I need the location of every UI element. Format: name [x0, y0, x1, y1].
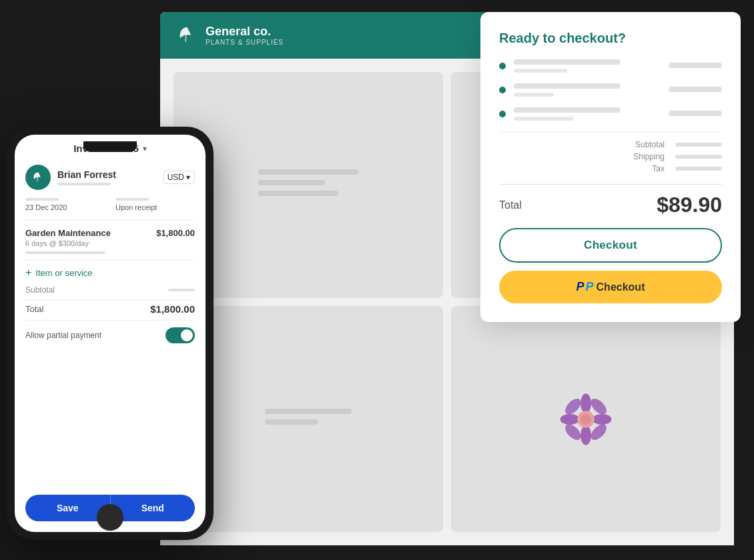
modal-title: Ready to checkout? — [499, 31, 722, 46]
phone-notch — [83, 141, 137, 152]
svg-point-4 — [581, 393, 591, 413]
pbar-1 — [258, 169, 358, 175]
pbar-5 — [265, 419, 318, 425]
total-row: Total $1,800.00 — [25, 300, 195, 315]
paypal-checkout-text: Checkout — [597, 281, 645, 293]
grid-cell-flower — [451, 306, 721, 532]
tax-summary-bar — [675, 167, 722, 171]
client-name: Brian Forrest — [57, 169, 116, 180]
company-name: General co. — [206, 25, 284, 39]
due-label-bar — [115, 198, 149, 201]
checkout-item-content-2 — [514, 83, 661, 97]
plus-icon: + — [25, 267, 31, 279]
item-description: 6 days @ $300/day — [25, 239, 195, 247]
subtotal-row: Subtotal — [25, 285, 195, 295]
add-item-row[interactable]: + Item or service — [25, 267, 195, 279]
flower-icon — [559, 393, 613, 446]
client-row: Brian Forrest USD ▾ — [25, 165, 195, 190]
due-date: Upon receipt — [115, 203, 195, 211]
pbar-4 — [265, 409, 352, 414]
tax-summary-row: Tax — [499, 164, 722, 173]
shipping-summary-row: Shipping — [499, 152, 722, 161]
grid-cell-3 — [173, 306, 443, 532]
item-bar-right-2 — [669, 87, 722, 92]
checkout-button[interactable]: Checkout — [499, 228, 722, 263]
checkout-item-3 — [499, 107, 722, 121]
checkout-modal: Ready to checkout? Subtotal Shipp — [480, 12, 741, 322]
checkout-dot-3 — [499, 111, 506, 117]
partial-payment-toggle[interactable] — [165, 327, 195, 343]
checkout-total-section: Total $89.90 — [499, 184, 722, 217]
paypal-icon-p1: P — [577, 280, 585, 294]
placeholder-text-1 — [245, 156, 372, 215]
svg-point-6 — [560, 414, 580, 425]
invoice-date: 23 Dec 2020 — [25, 203, 105, 211]
phone-screen: Invoice #0015 ▾ Brian Forrest — [15, 135, 206, 532]
currency-selector[interactable]: USD ▾ — [163, 171, 195, 184]
pbar-2 — [258, 180, 325, 185]
checkout-dot-1 — [499, 63, 506, 69]
toggle-thumb — [181, 329, 193, 341]
subtotal-summary-row: Subtotal — [499, 140, 722, 149]
partial-payment-row: Allow partial payment — [25, 320, 195, 350]
item-progress-bar — [25, 251, 105, 254]
svg-point-5 — [581, 425, 591, 445]
due-item: Upon receipt — [115, 198, 195, 211]
phone-device: Invoice #0015 ▾ Brian Forrest — [7, 127, 214, 540]
item-bar-main-3 — [514, 107, 621, 113]
svg-point-7 — [593, 414, 612, 425]
checkout-item-content-1 — [514, 59, 661, 73]
subtotal-label: Subtotal — [25, 285, 55, 295]
paypal-logo: PP — [577, 280, 594, 294]
grid-cell-1 — [173, 72, 443, 298]
svg-point-13 — [581, 414, 591, 425]
checkout-item-2 — [499, 83, 722, 97]
placeholder-text-3 — [252, 395, 365, 443]
item-amount: $1,800.00 — [156, 228, 195, 238]
date-row: 23 Dec 2020 Upon receipt — [25, 198, 195, 220]
client-bar — [57, 183, 111, 185]
checkout-dot-2 — [499, 87, 506, 93]
subtotal-summary-bar — [675, 143, 722, 147]
total-label: Total — [25, 304, 43, 314]
item-bar-main-1 — [514, 59, 621, 65]
paypal-icon-p2: P — [586, 280, 594, 294]
tax-summary-label: Tax — [652, 164, 665, 173]
client-info: Brian Forrest — [25, 165, 116, 190]
line-item: Garden Maintenance $1,800.00 6 days @ $3… — [25, 228, 195, 254]
add-item-label: Item or service — [35, 268, 92, 278]
pbar-3 — [258, 191, 338, 196]
item-bar-right-1 — [669, 63, 722, 68]
checkout-summary: Subtotal Shipping Tax — [499, 131, 722, 173]
checkout-item-content-3 — [514, 107, 661, 121]
shipping-summary-label: Shipping — [633, 152, 665, 161]
date-item: 23 Dec 2020 — [25, 198, 105, 211]
item-bar-right-3 — [669, 111, 722, 116]
home-button[interactable] — [97, 504, 123, 531]
partial-payment-label: Allow partial payment — [25, 331, 101, 340]
divider — [25, 259, 195, 260]
item-bar-main-2 — [514, 83, 621, 89]
client-details: Brian Forrest — [57, 169, 116, 185]
subtotal-summary-label: Subtotal — [635, 140, 665, 149]
checkout-total-amount: $89.90 — [657, 193, 722, 217]
shipping-summary-bar — [675, 155, 722, 159]
invoice-content: Invoice #0015 ▾ Brian Forrest — [15, 135, 206, 488]
item-bar-sub-2 — [514, 93, 554, 97]
item-bar-sub-3 — [514, 117, 574, 121]
currency-text: USD — [167, 173, 184, 182]
paypal-checkout-button[interactable]: PP Checkout — [499, 271, 722, 303]
avatar-leaf-icon — [31, 171, 45, 184]
company-tagline: PLANTS & SUPPLIES — [206, 39, 284, 46]
company-info: General co. PLANTS & SUPPLIES — [206, 25, 284, 46]
date-label-bar — [25, 198, 59, 201]
line-item-header: Garden Maintenance $1,800.00 — [25, 228, 195, 238]
item-name: Garden Maintenance — [25, 228, 111, 238]
item-bar-sub-1 — [514, 69, 567, 73]
chevron-down-icon: ▾ — [143, 144, 147, 153]
avatar — [25, 165, 51, 190]
logo-icon — [176, 25, 198, 46]
subtotal-bar — [168, 289, 195, 291]
checkout-item-1 — [499, 59, 722, 73]
currency-chevron-icon: ▾ — [186, 173, 190, 182]
